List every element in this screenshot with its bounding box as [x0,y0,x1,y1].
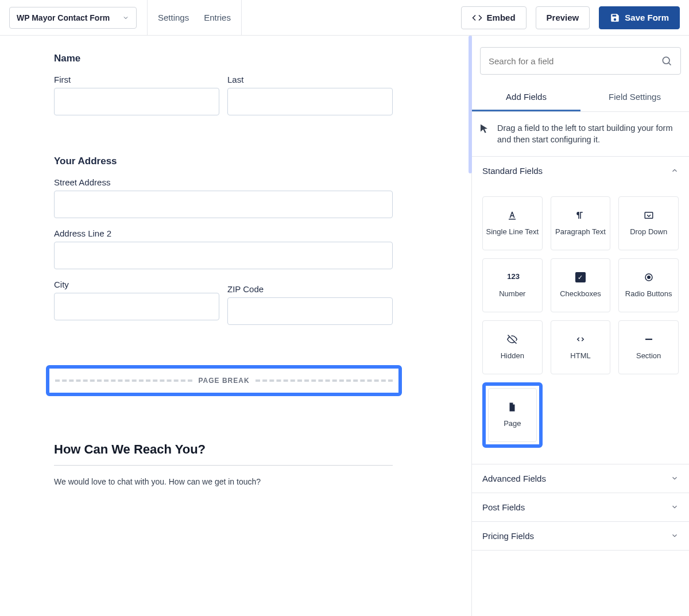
preview-button[interactable]: Preview [536,6,590,29]
page-break[interactable]: PAGE BREAK [55,377,393,385]
tile-label: Checkboxes [560,289,601,298]
tile-dropdown[interactable]: Drop Down [618,196,679,250]
svg-point-5 [647,276,650,279]
acc-header-post[interactable]: Post Fields [472,493,689,521]
workspace: Name First Last Your Address Street Addr… [0,36,689,616]
sublabel-city: City [54,280,219,289]
sidebar-hint: Drag a field to the left to start buildi… [472,112,689,157]
chevron-down-icon [671,503,679,511]
svg-rect-3 [645,212,653,219]
input-street[interactable] [54,191,393,218]
embed-label: Embed [487,13,516,22]
sublabel-first: First [54,75,219,84]
standard-fields-grid: Single Line Text Paragraph Text Drop Dow… [472,185,689,464]
embed-button[interactable]: Embed [461,6,527,29]
sublabel-line2: Address Line 2 [54,228,393,238]
field-title: Name [54,53,393,64]
sidebar-tabs: Add Fields Field Settings [472,84,689,112]
tile-section[interactable]: Section [618,320,679,374]
input-line2[interactable] [54,242,393,269]
acc-title: Advanced Fields [482,474,546,483]
search-icon [661,55,672,67]
tile-number[interactable]: 123 Number [482,258,543,312]
tile-paragraph-text[interactable]: Paragraph Text [551,196,611,250]
save-icon [610,13,620,23]
chevron-down-icon [671,532,679,540]
tile-label: Paragraph Text [555,227,606,236]
save-button[interactable]: Save Form [599,6,680,29]
sublabel-last: Last [227,75,393,84]
acc-pricing: Pricing Fields [472,522,689,551]
tile-label: Radio Buttons [625,289,672,298]
chevron-down-icon [122,14,129,21]
section-icon [644,334,654,344]
tile-page[interactable]: Page [488,388,537,442]
form-switcher[interactable]: WP Mayor Contact Form [9,7,137,29]
sublabel-zip: ZIP Code [227,284,393,294]
input-last[interactable] [227,88,393,115]
cursor-icon [479,123,489,134]
divider [147,0,148,36]
acc-header-advanced[interactable]: Advanced Fields [472,464,689,493]
page-icon [507,402,517,412]
section-desc: We would love to chat with you. How can … [54,477,393,486]
html-icon [575,334,586,344]
acc-title: Standard Fields [482,166,543,176]
paragraph-icon [575,210,586,220]
field-section[interactable]: How Can We Reach You? We would love to c… [54,442,393,486]
acc-post: Post Fields [472,493,689,522]
tile-checkboxes[interactable]: ✓ Checkboxes [551,258,611,312]
tab-add-fields[interactable]: Add Fields [472,84,580,111]
svg-line-1 [669,63,671,65]
form-canvas[interactable]: Name First Last Your Address Street Addr… [0,36,472,616]
tile-label: Drop Down [630,227,667,236]
section-title: How Can We Reach You? [54,442,393,457]
top-bar: WP Mayor Contact Form Settings Entries E… [0,0,689,36]
field-search[interactable] [480,47,681,75]
field-name[interactable]: Name First Last [54,53,393,115]
dash-left [55,379,192,382]
divider [241,0,242,36]
acc-standard: Standard Fields Single Line Text Paragra… [472,157,689,464]
input-first[interactable] [54,88,219,115]
tile-label: Single Line Text [486,227,539,236]
acc-header-pricing[interactable]: Pricing Fields [472,522,689,550]
field-address[interactable]: Your Address Street Address Address Line… [54,156,393,325]
page-break-label: PAGE BREAK [198,377,249,385]
input-zip[interactable] [227,297,393,325]
sidebar: Add Fields Field Settings Drag a field t… [472,36,689,616]
preview-label: Preview [547,13,579,22]
tile-html[interactable]: HTML [551,320,611,374]
text-icon [507,210,517,220]
tab-field-settings[interactable]: Field Settings [580,84,689,111]
tile-label: Page [504,419,521,428]
scrollbar-handle[interactable] [469,36,472,173]
radio-icon [644,272,654,282]
acc-header-standard[interactable]: Standard Fields [472,157,689,185]
nav-entries[interactable]: Entries [204,13,231,22]
field-title: Your Address [54,156,393,167]
tile-label: Section [636,351,661,360]
number-icon: 123 [507,272,517,282]
section-divider [54,465,393,466]
sublabel-street: Street Address [54,177,393,187]
checkbox-icon: ✓ [575,272,586,282]
hint-text: Drag a field to the left to start buildi… [497,122,687,146]
save-label: Save Form [625,13,669,22]
dash-right [256,379,393,382]
chevron-up-icon [671,166,679,175]
search-input[interactable] [489,56,661,66]
tile-radio[interactable]: Radio Buttons [618,258,679,312]
chevron-down-icon [671,474,679,482]
tile-label: Hidden [501,351,524,360]
tile-hidden[interactable]: Hidden [482,320,543,374]
acc-title: Pricing Fields [482,531,534,541]
tile-label: HTML [570,351,590,360]
tile-single-line-text[interactable]: Single Line Text [482,196,543,250]
form-switcher-label: WP Mayor Contact Form [17,13,110,22]
acc-advanced: Advanced Fields [472,464,689,493]
svg-point-0 [663,57,669,64]
input-city[interactable] [54,293,219,320]
nav-settings[interactable]: Settings [158,13,189,22]
dropdown-icon [644,210,654,220]
